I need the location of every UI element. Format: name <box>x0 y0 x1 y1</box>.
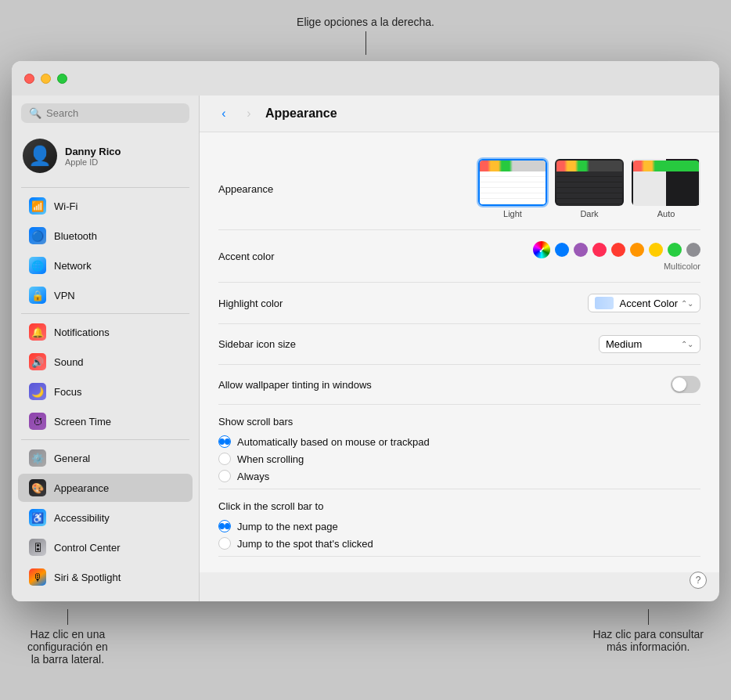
accent-colors-container: Multicolor <box>533 241 700 271</box>
sidebar-item-controlcenter[interactable]: 🎛 Control Center <box>18 533 193 561</box>
detail-panel: ‹ › Appearance Appearance Light <box>200 96 719 572</box>
sidebar: 🔍 👤 Danny Rico Apple ID 📶 Wi-Fi <box>12 96 200 601</box>
scroll-when-scrolling-label: When scrolling <box>237 453 304 465</box>
click-scroll-label: Click in the scroll bar to <box>218 500 700 512</box>
sidebar-icon-size-row: Sidebar icon size Medium ⌃⌄ <box>218 324 700 365</box>
maximize-button[interactable] <box>57 74 67 84</box>
detail-wrapper: ‹ › Appearance Appearance Light <box>200 96 719 601</box>
sidebar-divider-2 <box>21 313 189 314</box>
light-thumbnail <box>478 159 547 206</box>
highlight-color-dropdown[interactable]: Accent Color ⌃⌄ <box>588 294 700 312</box>
sound-icon: 🔊 <box>29 353 46 370</box>
click-spot-radio <box>218 537 231 550</box>
sidebar-item-screentime[interactable]: ⏱ Screen Time <box>18 407 193 435</box>
color-orange[interactable] <box>630 243 644 257</box>
accessibility-icon: ♿ <box>29 509 46 526</box>
avatar-icon: 👤 <box>28 145 52 167</box>
dark-label: Dark <box>580 209 598 218</box>
color-red[interactable] <box>611 243 625 257</box>
wallpaper-tinting-toggle[interactable] <box>671 376 700 393</box>
appearance-auto-option[interactable]: Auto <box>632 159 700 218</box>
color-blue[interactable] <box>555 243 569 257</box>
highlight-color-row: Highlight color Accent Color ⌃⌄ <box>218 283 700 324</box>
sidebar-label-controlcenter: Control Center <box>54 542 121 554</box>
color-graphite[interactable] <box>686 243 700 257</box>
sidebar-item-focus[interactable]: 🌙 Focus <box>18 377 193 406</box>
highlight-dropdown-arrow: ⌃⌄ <box>681 299 693 308</box>
avatar: 👤 <box>23 139 57 173</box>
sidebar-label-notifications: Notifications <box>54 327 110 338</box>
color-yellow[interactable] <box>649 243 663 257</box>
help-button[interactable]: ? <box>690 572 707 589</box>
highlight-color-value: Accent Color <box>620 298 678 309</box>
color-green[interactable] <box>668 243 682 257</box>
sidebar-item-appearance[interactable]: 🎨 Appearance <box>18 474 193 502</box>
sidebar-label-screentime: Screen Time <box>54 416 111 428</box>
forward-button[interactable]: › <box>240 105 257 122</box>
sidebar-item-siri[interactable]: 🎙 Siri & Spotlight <box>18 563 193 591</box>
appearance-dark-option[interactable]: Dark <box>555 159 624 218</box>
sidebar-item-network[interactable]: 🌐 Network <box>18 251 193 280</box>
close-button[interactable] <box>24 74 34 84</box>
scroll-when-scrolling-option[interactable]: When scrolling <box>218 453 700 465</box>
general-icon: ⚙️ <box>29 449 46 467</box>
main-content: 🔍 👤 Danny Rico Apple ID 📶 Wi-Fi <box>12 96 719 601</box>
annotation-bottom-left: Haz clic en unaconfiguración enla barra … <box>27 609 108 666</box>
title-bar <box>12 61 719 96</box>
user-profile[interactable]: 👤 Danny Rico Apple ID <box>12 131 199 181</box>
scroll-when-scrolling-radio <box>218 453 231 465</box>
accent-color-control: Multicolor <box>533 241 700 271</box>
color-swatches-row <box>533 241 700 258</box>
search-box[interactable]: 🔍 <box>21 103 189 123</box>
annotation-top: Elige opciones a la derecha. <box>297 16 434 55</box>
controlcenter-icon: 🎛 <box>29 539 46 556</box>
click-next-page-option[interactable]: Jump to the next page <box>218 520 700 532</box>
wifi-icon: 📶 <box>29 197 46 215</box>
sidebar-item-vpn[interactable]: 🔒 VPN <box>18 281 193 309</box>
click-scroll-radio-group: Jump to the next page Jump to the spot t… <box>218 520 700 550</box>
sidebar-icon-size-dropdown[interactable]: Medium ⌃⌄ <box>599 335 700 353</box>
scroll-always-radio <box>218 470 231 482</box>
vpn-icon: 🔒 <box>29 287 46 304</box>
appearance-label: Appearance <box>218 183 328 195</box>
sidebar-item-general[interactable]: ⚙️ General <box>18 444 193 472</box>
notifications-icon: 🔔 <box>29 323 46 341</box>
scroll-always-option[interactable]: Always <box>218 470 700 482</box>
sidebar-size-dropdown-arrow: ⌃⌄ <box>681 340 693 348</box>
color-purple[interactable] <box>574 243 588 257</box>
scroll-always-label: Always <box>237 471 269 482</box>
traffic-lights <box>24 74 67 84</box>
back-button[interactable]: ‹ <box>215 105 232 122</box>
color-multicolor[interactable] <box>533 241 550 258</box>
sidebar-item-accessibility[interactable]: ♿ Accessibility <box>18 503 193 532</box>
wallpaper-tinting-control <box>671 376 700 393</box>
sidebar-label-network: Network <box>54 260 92 272</box>
bluetooth-icon: 🔵 <box>29 227 46 244</box>
selected-color-name: Multicolor <box>664 262 700 271</box>
highlight-preview <box>595 297 614 309</box>
scroll-bars-label: Show scroll bars <box>218 416 700 428</box>
sidebar-label-bluetooth: Bluetooth <box>54 230 97 242</box>
sidebar-item-wifi[interactable]: 📶 Wi-Fi <box>18 192 193 220</box>
color-pink[interactable] <box>592 243 607 257</box>
search-icon: 🔍 <box>29 107 41 119</box>
sidebar-divider <box>21 187 189 188</box>
click-next-page-label: Jump to the next page <box>237 521 338 532</box>
light-label: Light <box>503 209 522 218</box>
sidebar-label-accessibility: Accessibility <box>54 512 110 524</box>
sidebar-item-sound[interactable]: 🔊 Sound <box>18 348 193 376</box>
wallpaper-tinting-row: Allow wallpaper tinting in windows <box>218 365 700 405</box>
sidebar-label-sound: Sound <box>54 356 84 368</box>
search-container: 🔍 <box>12 96 199 131</box>
appearance-light-option[interactable]: Light <box>478 159 547 218</box>
click-spot-option[interactable]: Jump to the spot that's clicked <box>218 537 700 550</box>
scroll-bars-section: Show scroll bars Automatically based on … <box>218 405 700 489</box>
minimize-button[interactable] <box>41 74 51 84</box>
sidebar-item-notifications[interactable]: 🔔 Notifications <box>18 318 193 346</box>
toggle-knob <box>672 377 686 391</box>
scroll-auto-option[interactable]: Automatically based on mouse or trackpad <box>218 435 700 448</box>
search-input[interactable] <box>46 107 182 119</box>
sidebar-label-siri: Siri & Spotlight <box>54 572 121 583</box>
siri-icon: 🎙 <box>29 568 46 586</box>
sidebar-item-bluetooth[interactable]: 🔵 Bluetooth <box>18 222 193 250</box>
